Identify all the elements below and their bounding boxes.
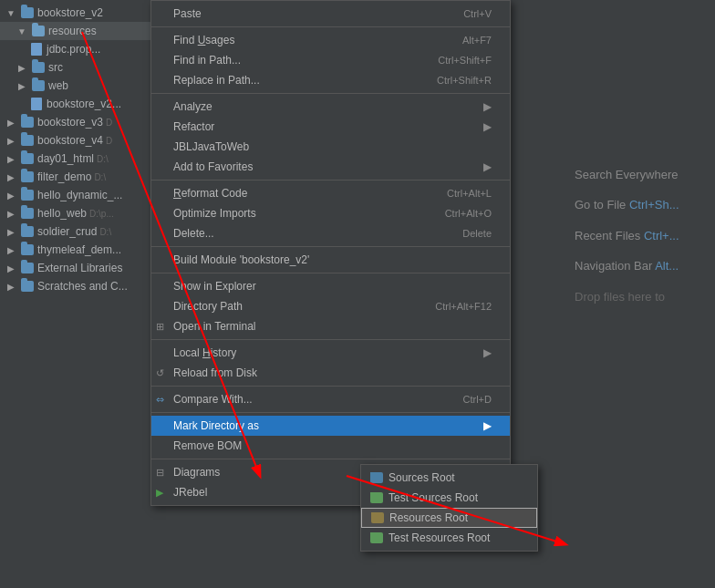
file-icon <box>29 42 44 57</box>
menu-item-jbl[interactable]: JBLJavaToWeb <box>151 137 510 157</box>
diagrams-icon: ⊟ <box>156 467 164 479</box>
submenu-test-resources-root[interactable]: Test Resources Root <box>361 528 537 548</box>
separator-9 <box>151 459 510 459</box>
tree-item-filter[interactable]: ▶ filter_demo D:\ <box>0 168 150 186</box>
menu-label-reformat: Reformat Code <box>173 187 429 200</box>
menu-item-compare[interactable]: ⇔ Compare With... Ctrl+D <box>151 389 510 409</box>
tree-item-resources[interactable]: ▼ resources <box>0 22 150 40</box>
menu-label-optimize: Optimize Imports <box>173 207 427 220</box>
tree-item-soldier[interactable]: ▶ soldier_crud D:\ <box>0 222 150 241</box>
hint-nav-bar: Navigation Bar Alt... <box>575 255 706 276</box>
tree-label: External Libraries <box>37 262 122 274</box>
menu-item-open-terminal[interactable]: ⊞ Open in Terminal <box>151 316 510 336</box>
shortcut-find-in-path: Ctrl+Shift+F <box>438 55 492 66</box>
menu-item-refactor[interactable]: Refactor ▶ <box>151 117 510 137</box>
arrow-down-icon: ▼ <box>4 5 18 20</box>
shortcut-replace-in-path: Ctrl+Shift+R <box>437 75 492 86</box>
tree-label: hello_dynamic_... <box>37 189 122 201</box>
tree-item-scratches[interactable]: ▶ Scratches and C... <box>0 277 150 295</box>
arrow-right-icon-12: ▶ <box>4 279 18 294</box>
tree-label: bookstore_v4 <box>37 134 103 147</box>
submenu-arrow-refactor: ▶ <box>483 120 492 133</box>
test-resources-folder-icon <box>370 532 383 543</box>
menu-label-show-explorer: Show in Explorer <box>173 280 492 293</box>
tree-label: src <box>48 61 63 74</box>
submenu-test-sources-root[interactable]: Test Sources Root <box>361 488 537 508</box>
tree-label: hello_web <box>37 207 87 220</box>
folder-soldier-icon <box>20 224 35 239</box>
menu-item-analyze[interactable]: Analyze ▶ <box>151 97 510 117</box>
menu-item-reformat[interactable]: Reformat Code Ctrl+Alt+L <box>151 183 510 203</box>
submenu-sources-root[interactable]: Sources Root <box>361 468 537 488</box>
menu-label-replace-in-path: Replace in Path... <box>173 74 419 87</box>
tree-item-thymeleaf[interactable]: ▶ thymeleaf_dem... <box>0 241 150 259</box>
submenu-resources-root[interactable]: Resources Root <box>361 508 537 528</box>
menu-label-local-history: Local History <box>173 346 474 359</box>
folder-day01-icon <box>20 151 35 166</box>
submenu-arrow-mark: ▶ <box>483 419 492 432</box>
arrow-right-icon-6: ▶ <box>4 170 18 184</box>
menu-label-refactor: Refactor <box>173 120 474 133</box>
arrow-right-icon-4: ▶ <box>4 133 18 148</box>
tree-item-bookstore-v4[interactable]: ▶ bookstore_v4 D <box>0 131 150 150</box>
submenu-arrow-favorites: ▶ <box>483 160 492 173</box>
shortcut-optimize: Ctrl+Alt+O <box>445 208 492 219</box>
menu-item-remove-bom[interactable]: Remove BOM <box>151 436 510 456</box>
menu-item-local-history[interactable]: Local History ▶ <box>151 343 510 363</box>
tree-item-hello-web[interactable]: ▶ hello_web D:\p... <box>0 204 150 222</box>
menu-item-find-usages[interactable]: Find Usages Alt+F7 <box>151 30 510 50</box>
tree-item-bookstore-file[interactable]: bookstore_v2... <box>0 95 150 113</box>
menu-item-replace-in-path[interactable]: Replace in Path... Ctrl+Shift+R <box>151 70 510 90</box>
resources-folder-icon <box>371 512 384 523</box>
menu-label-find-in-path: Find in Path... <box>173 54 420 67</box>
shortcut-find-usages: Alt+F7 <box>462 35 492 46</box>
reload-icon: ↺ <box>156 367 164 379</box>
menu-label-remove-bom: Remove BOM <box>173 439 492 452</box>
tree-label: web <box>48 79 68 92</box>
folder-icon <box>20 5 35 20</box>
separator-7 <box>151 386 510 387</box>
menu-item-mark-directory[interactable]: Mark Directory as ▶ <box>151 416 510 436</box>
jrebel-icon: ▶ <box>156 487 163 499</box>
web-folder-icon <box>31 78 46 93</box>
menu-item-reload[interactable]: ↺ Reload from Disk <box>151 363 510 383</box>
menu-label-compare: Compare With... <box>173 393 445 406</box>
menu-item-delete[interactable]: Delete... Delete <box>151 223 510 243</box>
hint-recent-files: Recent Files Ctrl+... <box>575 225 706 246</box>
menu-label-paste: Paste <box>173 7 445 20</box>
menu-item-optimize[interactable]: Optimize Imports Ctrl+Alt+O <box>151 203 510 223</box>
folder-open-icon <box>31 24 46 38</box>
tree-item-src[interactable]: ▶ src <box>0 58 150 77</box>
menu-item-build-module[interactable]: Build Module 'bookstore_v2' <box>151 250 510 270</box>
arrow-right-icon-11: ▶ <box>4 261 18 275</box>
submenu-arrow-analyze: ▶ <box>483 100 492 113</box>
menu-label-add-favorites: Add to Favorites <box>173 160 474 173</box>
menu-item-paste[interactable]: Paste Ctrl+V <box>151 4 510 24</box>
file-icon-2 <box>29 97 44 111</box>
tree-label: bookstore_v2 <box>37 6 103 19</box>
menu-label-delete: Delete... <box>173 227 444 240</box>
arrow-right-icon-8: ▶ <box>4 206 18 221</box>
tree-item-external-libs[interactable]: ▶ External Libraries <box>0 259 150 277</box>
arrow-right-icon-3: ▶ <box>4 115 18 129</box>
menu-item-show-explorer[interactable]: Show in Explorer <box>151 276 510 296</box>
menu-item-add-favorites[interactable]: Add to Favorites ▶ <box>151 157 510 177</box>
folder-ext-libs-icon <box>20 261 35 275</box>
menu-label-open-terminal: Open in Terminal <box>173 320 492 333</box>
menu-label-jbl: JBLJavaToWeb <box>173 140 492 153</box>
menu-item-find-in-path[interactable]: Find in Path... Ctrl+Shift+F <box>151 50 510 70</box>
mark-directory-submenu: Sources Root Test Sources Root Resources… <box>360 464 538 552</box>
tree-item-jdbc[interactable]: jdbc.prop... <box>0 40 150 58</box>
tree-item-hello-dynamic[interactable]: ▶ hello_dynamic_... <box>0 186 150 204</box>
separator-8 <box>151 412 510 413</box>
menu-item-directory-path[interactable]: Directory Path Ctrl+Alt+F12 <box>151 296 510 316</box>
shortcut-directory-path: Ctrl+Alt+F12 <box>435 301 492 312</box>
tree-item-day01[interactable]: ▶ day01_html D:\ <box>0 150 150 168</box>
hint-search-everywhere: Search Everywhere <box>575 164 706 185</box>
tree-label: bookstore_v3 <box>37 116 103 129</box>
test-sources-folder-icon <box>370 492 383 503</box>
tree-item-bookstore-v3[interactable]: ▶ bookstore_v3 D <box>0 113 150 131</box>
tree-item-bookstore-v2[interactable]: ▼ bookstore_v2 <box>0 4 150 22</box>
project-tree: ▼ bookstore_v2 ▼ resources jdbc.prop... … <box>0 0 150 588</box>
tree-item-web[interactable]: ▶ web <box>0 77 150 95</box>
